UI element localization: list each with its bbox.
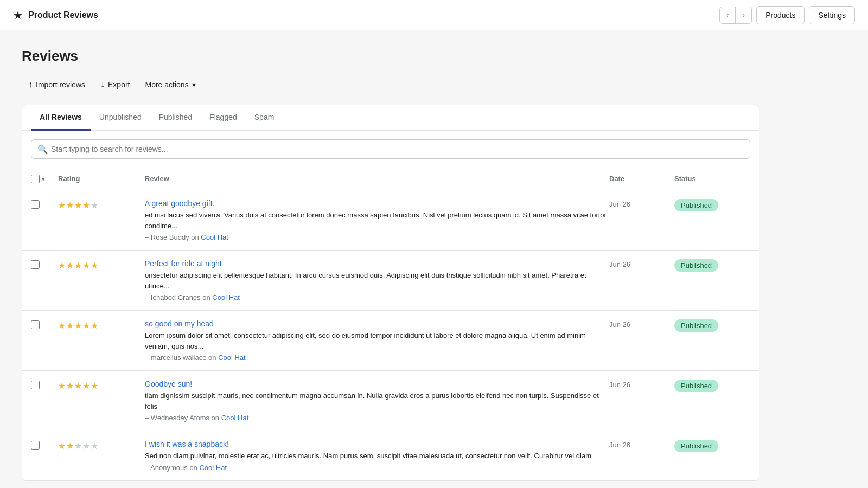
table-header: ▾ Rating Review Date Status: [22, 168, 759, 190]
row-checkbox-cell: [31, 199, 58, 209]
review-content: Goodbye sun! tiam dignissim suscipit mau…: [145, 380, 609, 422]
export-label: Export: [108, 80, 130, 89]
export-icon: ↓: [100, 80, 105, 89]
nav-prev-button[interactable]: ‹: [720, 7, 736, 23]
settings-button[interactable]: Settings: [809, 6, 855, 24]
star-filled-icon: ★: [66, 260, 74, 271]
star-rating: ★★★★★: [58, 260, 98, 271]
status-cell: Published: [674, 440, 750, 452]
star-icon: ★: [13, 9, 23, 22]
export-button[interactable]: ↓ Export: [94, 75, 136, 94]
tab-unpublished[interactable]: Unpublished: [91, 105, 150, 131]
status-header: Status: [674, 175, 750, 183]
review-body: tiam dignissim suscipit mauris, nec cond…: [145, 390, 609, 412]
select-all-checkbox[interactable]: [31, 175, 40, 183]
header-checkbox-cell: ▾: [31, 175, 58, 183]
nav-arrows: ‹ ›: [719, 7, 752, 24]
star-filled-icon: ★: [58, 320, 66, 331]
review-title[interactable]: I wish it was a snapback!: [145, 440, 609, 448]
import-label: Import reviews: [36, 80, 85, 89]
top-bar: ★ Product Reviews ‹ › Products Settings: [0, 0, 868, 30]
review-title[interactable]: Goodbye sun!: [145, 380, 609, 388]
review-date: Jun 26: [609, 380, 674, 389]
search-container: 🔍: [22, 131, 759, 168]
tabs: All Reviews Unpublished Published Flagge…: [22, 105, 759, 131]
product-link[interactable]: Cool Hat: [201, 233, 228, 241]
nav-next-button[interactable]: ›: [736, 7, 751, 23]
app-title: Product Reviews: [28, 10, 98, 20]
review-title[interactable]: so good on my head: [145, 319, 609, 328]
stars-cell: ★★★★★: [58, 259, 145, 271]
review-content: so good on my head Lorem ipsum dolor sit…: [145, 319, 609, 362]
row-checkbox-cell: [31, 440, 58, 450]
tab-flagged[interactable]: Flagged: [201, 105, 246, 131]
star-filled-icon: ★: [82, 381, 90, 391]
star-rating: ★★★★★: [58, 441, 98, 451]
import-reviews-button[interactable]: ↑ Import reviews: [22, 75, 92, 94]
review-title[interactable]: A great goodbye gift.: [145, 199, 609, 208]
review-content: A great goodbye gift. ed nisi lacus sed …: [145, 199, 609, 241]
stars-cell: ★★★★★: [58, 440, 145, 451]
row-checkbox[interactable]: [31, 200, 40, 209]
tab-spam[interactable]: Spam: [246, 105, 283, 131]
product-link[interactable]: Cool Hat: [221, 414, 249, 422]
search-input[interactable]: [31, 139, 750, 159]
star-filled-icon: ★: [91, 260, 98, 271]
top-bar-left: ★ Product Reviews: [13, 9, 98, 22]
review-body: ed nisi lacus sed viverra. Varius duis a…: [145, 210, 609, 231]
row-checkbox[interactable]: [31, 381, 40, 389]
row-checkbox[interactable]: [31, 441, 40, 450]
table-row: ★★★★★ I wish it was a snapback! Sed non …: [22, 431, 759, 480]
star-filled-icon: ★: [82, 260, 90, 271]
status-badge: Published: [674, 199, 718, 211]
product-link[interactable]: Cool Hat: [212, 293, 240, 301]
star-filled-icon: ★: [74, 381, 82, 391]
review-date: Jun 26: [609, 440, 674, 449]
review-body: Lorem ipsum dolor sit amet, consectetur …: [145, 330, 609, 351]
star-empty-icon: ★: [74, 441, 82, 451]
star-filled-icon: ★: [58, 260, 66, 271]
checkbox-chevron-icon[interactable]: ▾: [42, 176, 44, 182]
tab-all-reviews[interactable]: All Reviews: [31, 105, 91, 131]
status-cell: Published: [674, 259, 750, 272]
star-filled-icon: ★: [82, 200, 90, 210]
import-icon: ↑: [28, 80, 33, 89]
date-header: Date: [609, 175, 674, 183]
review-author: – Ichabod Cranes on Cool Hat: [145, 293, 609, 301]
status-badge: Published: [674, 259, 718, 272]
chevron-down-icon: ▾: [192, 80, 196, 89]
star-filled-icon: ★: [66, 381, 74, 391]
search-icon: 🔍: [37, 144, 48, 155]
status-badge: Published: [674, 380, 718, 392]
more-actions-button[interactable]: More actions ▾: [139, 76, 202, 93]
status-cell: Published: [674, 319, 750, 332]
star-filled-icon: ★: [74, 320, 82, 331]
search-wrapper: 🔍: [31, 139, 750, 159]
row-checkbox[interactable]: [31, 320, 40, 329]
row-checkbox-cell: [31, 259, 58, 269]
star-filled-icon: ★: [91, 381, 98, 391]
star-rating: ★★★★★: [58, 320, 98, 331]
review-content: I wish it was a snapback! Sed non diam p…: [145, 440, 609, 472]
review-date: Jun 26: [609, 259, 674, 268]
review-title[interactable]: Perfect for ride at night: [145, 259, 609, 268]
row-checkbox[interactable]: [31, 260, 40, 269]
tab-published[interactable]: Published: [150, 105, 201, 131]
review-body: onsectetur adipiscing elit pellentesque …: [145, 270, 609, 291]
product-link[interactable]: Cool Hat: [218, 354, 246, 362]
star-filled-icon: ★: [58, 381, 66, 391]
more-actions-label: More actions: [145, 80, 189, 89]
star-filled-icon: ★: [66, 320, 74, 331]
star-filled-icon: ★: [58, 200, 66, 210]
table-row: ★★★★★ Perfect for ride at night onsectet…: [22, 251, 759, 311]
reviews-list: ★★★★★ A great goodbye gift. ed nisi lacu…: [22, 190, 759, 480]
stars-cell: ★★★★★: [58, 199, 145, 210]
products-button[interactable]: Products: [756, 6, 805, 24]
star-empty-icon: ★: [82, 441, 90, 451]
table-row: ★★★★★ Goodbye sun! tiam dignissim suscip…: [22, 371, 759, 431]
review-header: Review: [145, 175, 609, 183]
product-link[interactable]: Cool Hat: [199, 464, 227, 472]
stars-cell: ★★★★★: [58, 319, 145, 331]
table-row: ★★★★★ A great goodbye gift. ed nisi lacu…: [22, 190, 759, 251]
review-body: Sed non diam pulvinar, molestie erat ac,…: [145, 451, 609, 461]
